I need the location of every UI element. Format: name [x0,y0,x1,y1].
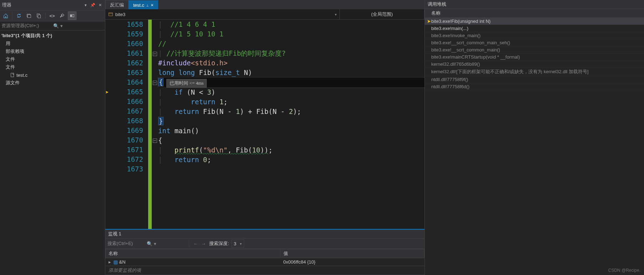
svg-rect-7 [109,13,113,16]
code-line[interactable]: // [158,39,424,49]
code-line[interactable]: #include<stdio.h> [158,58,424,68]
collapse-all-icon[interactable] [25,11,33,20]
pin-icon[interactable]: ⟂ [146,3,149,7]
watch-add-row[interactable]: 添加要监视的项 [106,266,424,275]
pin-icon[interactable]: 📌 [90,2,96,8]
callstack-frame[interactable]: kernel32.dll![下面的框架可能不正确和/或缺失，没有为 kernel… [425,68,644,76]
solution-explorer-header: 理器 ▾ 📌 ✕ [0,0,105,10]
module-icon [108,12,113,17]
line-number: 1659 [109,29,143,39]
callstack-title: 调用堆栈 [425,0,644,9]
code-line[interactable]: | if (N < 3) [158,88,424,97]
perf-tooltip: 已用时间 <= 4ms [166,79,207,88]
code-line[interactable]: | //1 5 10 10 1 [158,29,424,39]
callstack-frame[interactable]: kernel32.dll!765d6b89() [425,61,644,68]
line-number: 1667 [109,106,143,116]
tree-item[interactable]: 源文件 [0,79,105,87]
code-editor[interactable]: ➤ 16581659166016611662166316641665166616… [105,20,424,229]
depth-label: 搜索深度: [209,240,229,247]
line-number: 1671 [109,145,143,155]
code-line[interactable]: int main() [158,126,424,136]
svg-rect-5 [72,15,74,17]
code-line[interactable]: | //1 4 6 4 1 [158,20,424,29]
line-number: 1673 [109,164,143,174]
home-icon[interactable] [1,11,10,20]
watermark: CSDN @Recipe. [608,268,640,273]
line-number: 1665 [109,87,143,97]
tree-item[interactable]: 文件 [0,63,105,71]
dropdown-icon[interactable]: ▾ [83,2,89,8]
search-icon: 🔍 ▾ [147,241,186,246]
code-line[interactable]: } [158,116,424,126]
callstack-col-name[interactable]: 名称 [425,9,644,18]
line-number: 1663 [109,68,143,78]
line-number: 1672 [109,155,143,164]
close-icon[interactable]: ✕ [151,3,154,7]
callstack-frame[interactable]: ➤bite3.exe!Fib(unsigned int N) [425,18,644,25]
scope-dropdown[interactable]: (全局范围) [340,9,424,19]
line-number: 1664 [109,78,143,87]
next-arrow-icon[interactable]: → [200,240,207,247]
callstack-frame[interactable]: bite3.exe!mainCRTStartup(void * __formal… [425,54,644,61]
svg-rect-6 [11,73,14,77]
search-icon: 🔍 ▾ [53,23,104,29]
callstack-frame[interactable]: bite3.exe!main(...) [425,25,644,32]
symbol-dropdown[interactable]: bite3▾ [105,9,340,19]
solution-search[interactable]: 资源管理器(Ctrl+;) 🔍 ▾ [0,21,105,30]
code-line[interactable]: {已用时间 <= 4ms [158,78,424,88]
callstack-frame[interactable]: bite3.exe!__scrt_common_main_seh() [425,39,644,46]
line-number: 1668 [109,116,143,126]
code-line[interactable]: | return 0; [158,155,424,165]
depth-dropdown[interactable]: 3▾ [231,240,244,248]
show-all-files-icon[interactable] [35,11,43,20]
svg-rect-1 [28,15,31,18]
watch-row[interactable]: ▸&N0x006ffc84 {10} [106,258,424,266]
properties-icon[interactable] [58,11,66,20]
watch-search[interactable]: 搜索(Ctrl+E)🔍 ▾ [107,240,186,247]
code-line[interactable]: { [158,136,424,145]
tree-item[interactable]: 文件 [0,55,105,63]
svg-rect-4 [70,15,72,17]
view-switch-icon[interactable] [68,11,76,20]
variable-icon [114,260,118,265]
code-line[interactable]: | return 1; [158,97,424,107]
solution-node[interactable]: 'bite3"(1 个项目/共 1 个) [0,32,105,40]
prev-arrow-icon[interactable]: ← [192,240,199,247]
line-number: 1660 [109,39,143,49]
callstack-frame[interactable]: ntdll.dll!77758f6d() [425,83,644,90]
tab-disassembly[interactable]: 反汇编 [105,0,129,9]
svg-rect-3 [38,15,40,18]
code-line[interactable]: | return Fib(N - 1) + Fib(N - 2); [158,107,424,116]
line-number: 1662 [109,58,143,68]
fold-toggle[interactable] [153,52,157,56]
watch-panel-title: 监视 1 [105,230,424,239]
solution-tree[interactable]: 'bite3"(1 个项目/共 1 个) 用部依赖项文件文件test.c源文件 [0,30,105,88]
code-view-icon[interactable]: <> [48,11,56,20]
watch-col-value[interactable]: 值 [281,249,424,258]
code-line[interactable]: | printf("%d\n", Fib(10)); [158,145,424,155]
watch-col-name[interactable]: 名称 [106,249,281,258]
close-icon[interactable]: ✕ [97,2,103,8]
tab-testc[interactable]: test.c ⟂ ✕ [129,0,158,9]
fold-toggle[interactable] [153,81,157,85]
callstack-frame[interactable]: bite3.exe!__scrt_common_main() [425,46,644,54]
callstack-frame[interactable]: bite3.exe!invoke_main() [425,32,644,39]
refresh-icon[interactable] [15,11,23,20]
tree-item[interactable]: test.c [0,71,105,79]
solution-toolbar: <> [0,10,105,21]
callstack-frame[interactable]: ntdll.dll!77758f9f() [425,76,644,83]
line-number: 1661 [109,49,143,58]
code-line[interactable]: | //计算斐波那契递归Fib的时间复杂度? [158,49,424,58]
code-line[interactable]: long long Fib(size_t N) [158,68,424,78]
fold-toggle[interactable] [153,139,157,143]
line-number: 1669 [109,126,143,135]
line-number: 1658 [109,20,143,29]
line-number: 1670 [109,135,143,145]
tree-item[interactable]: 用 [0,40,105,48]
tree-item[interactable]: 部依赖项 [0,48,105,55]
line-number: 1666 [109,97,143,106]
